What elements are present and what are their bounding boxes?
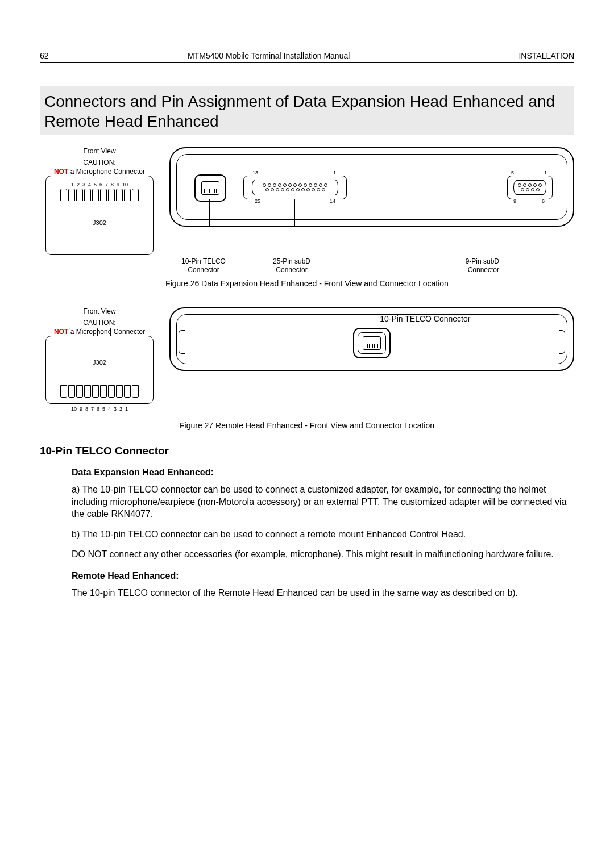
title-bar: Connectors and Pin Assignment of Data Ex… (40, 86, 574, 135)
db9-connector-icon (507, 176, 553, 199)
fig27-telco-label: 10-Pin TELCO Connector (380, 314, 470, 323)
page: 62 MTM5400 Mobile Terminal Installation … (0, 0, 614, 868)
fig27-device: 10-Pin TELCO Connector (169, 307, 574, 371)
leader-line (294, 199, 295, 227)
pin-num-1b: 1 (544, 170, 547, 176)
fig27-front-view-label: Front View (40, 307, 159, 315)
paragraph-warning: DO NOT connect any other accessories (fo… (72, 548, 574, 561)
pin-num-25: 25 (255, 198, 260, 204)
fig27-j302-box: J302 (45, 336, 154, 404)
fig26-front-view-label: Front View (40, 147, 159, 155)
doc-title: MTM5400 Mobile Terminal Installation Man… (108, 51, 483, 60)
fig26-caution: CAUTION: (40, 158, 159, 166)
pin-num-6: 6 (542, 198, 545, 204)
figure-27-caption: Figure 27 Remote Head Enhanced - Front V… (40, 421, 574, 430)
pin-num-14: 14 (330, 198, 335, 204)
subheading-rhe: Remote Head Enhanced: (72, 571, 574, 581)
fig26-j302-box: 12345678910 J302 (45, 176, 154, 255)
figure-27: Front View CAUTION: NOT a Microphone Con… (40, 307, 574, 413)
figure-26: Front View CAUTION: NOT a Microphone Con… (40, 147, 574, 255)
not-word: NOT (54, 328, 68, 336)
page-number: 62 (40, 51, 108, 60)
notch-icon (179, 330, 185, 354)
page-header: 62 MTM5400 Mobile Terminal Installation … (40, 51, 574, 63)
section-name: INSTALLATION (483, 51, 574, 60)
pin-num-13: 13 (252, 170, 258, 176)
fig27-left-block: Front View CAUTION: NOT a Microphone Con… (40, 307, 159, 413)
fig26-connector-labels: 10-Pin TELCOConnector 25-Pin subDConnect… (169, 257, 574, 274)
db9-connector-label: 9-Pin subDConnector (346, 257, 511, 274)
leader-line (530, 199, 530, 227)
telco-connector-label: 10-Pin TELCOConnector (169, 257, 238, 274)
db25-connector-icon (243, 176, 347, 199)
db25-connector-label: 25-Pin subDConnector (238, 257, 346, 274)
page-title: Connectors and Pin Assignment of Data Ex… (44, 91, 570, 131)
not-tail: a Microphone Connector (68, 168, 145, 176)
fig27-caution: CAUTION: (40, 319, 159, 327)
telco-connector-icon (194, 174, 226, 202)
fig27-pin-slots (60, 385, 139, 398)
telco-connector-icon (353, 328, 391, 358)
pin-num-9: 9 (513, 198, 516, 204)
jack-icon (69, 328, 82, 336)
paragraph-b: b) The 10-pin TELCO connector can be use… (72, 528, 574, 541)
pin-num-1a: 1 (333, 170, 336, 176)
fig27-pin-numbers: 10987654321 (40, 406, 159, 412)
paragraph-rhe: The 10-pin TELCO connector of the Remote… (72, 587, 574, 599)
fig26-left-block: Front View CAUTION: NOT a Microphone Con… (40, 147, 159, 255)
notch-icon (559, 330, 565, 354)
jack-icon (97, 328, 111, 336)
not-word: NOT (54, 168, 68, 176)
section-heading-telco: 10-Pin TELCO Connector (40, 445, 574, 457)
fig27-j302-label: J302 (93, 359, 106, 366)
fig26-pin-slots (60, 189, 139, 201)
fig26-j302-label: J302 (93, 219, 106, 226)
figure-26-caption: Figure 26 Data Expansion Head Enhanced -… (40, 279, 574, 288)
fig26-device: 13 1 25 14 5 1 9 6 (169, 147, 574, 227)
paragraph-a: a) The 10-pin TELCO connector can be use… (72, 483, 574, 520)
fig26-not-mic: NOT a Microphone Connector (40, 168, 159, 176)
fig26-pin-numbers: 12345678910 (71, 182, 128, 187)
leader-line (209, 199, 210, 227)
pin-num-5: 5 (511, 170, 514, 176)
subheading-deh: Data Expansion Head Enhanced: (72, 468, 574, 478)
